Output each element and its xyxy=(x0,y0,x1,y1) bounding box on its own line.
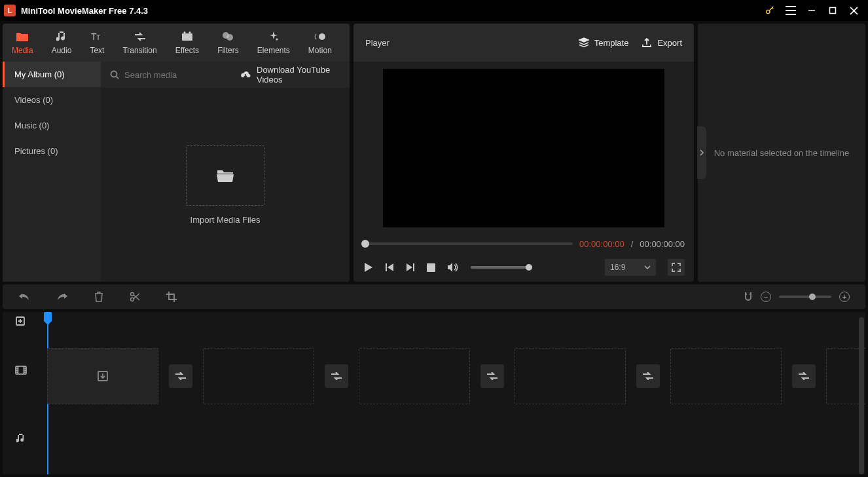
svg-point-17 xyxy=(111,71,117,77)
download-clip-icon xyxy=(97,370,109,382)
cat-pictures[interactable]: Pictures (0) xyxy=(3,138,101,164)
timeline xyxy=(3,312,865,474)
svg-rect-1 xyxy=(786,6,796,7)
motion-icon xyxy=(314,30,326,43)
transition-icon xyxy=(134,30,146,43)
clip-slot[interactable] xyxy=(203,348,314,404)
magnet-button[interactable] xyxy=(744,292,753,302)
app-title: MiniTool MovieMaker Free 7.4.3 xyxy=(21,6,759,16)
transition-slot[interactable] xyxy=(636,364,660,388)
activate-key-icon[interactable] xyxy=(759,0,780,21)
close-button[interactable] xyxy=(843,0,864,21)
video-track-icon xyxy=(3,332,39,409)
transition-slot[interactable] xyxy=(169,364,192,388)
svg-point-11 xyxy=(183,31,185,33)
export-button[interactable]: Export xyxy=(642,37,682,48)
preview-canvas[interactable] xyxy=(383,69,664,227)
zoom-slider[interactable] xyxy=(779,296,831,298)
svg-text:T: T xyxy=(96,34,100,41)
zoom-in-button[interactable]: + xyxy=(839,292,850,302)
svg-point-12 xyxy=(189,31,190,33)
timecode-total: 00:00:00:00 xyxy=(640,239,685,249)
menu-icon[interactable] xyxy=(780,0,801,21)
svg-point-0 xyxy=(767,10,770,13)
layers-icon xyxy=(579,37,589,48)
seek-slider[interactable] xyxy=(363,242,573,245)
main-tabs: Media Audio TT Text Transition Effects F… xyxy=(3,24,350,62)
play-button[interactable] xyxy=(363,262,373,273)
cloud-download-icon xyxy=(240,70,251,79)
svg-rect-21 xyxy=(427,263,435,272)
split-button[interactable] xyxy=(130,292,140,302)
video-track[interactable] xyxy=(47,347,865,405)
clip-slot[interactable] xyxy=(670,348,782,404)
tab-filters[interactable]: Filters xyxy=(208,24,248,62)
audio-track-icon xyxy=(3,409,39,468)
delete-button[interactable] xyxy=(94,292,103,302)
minimize-button[interactable] xyxy=(801,0,822,21)
sparkle-icon xyxy=(268,30,279,43)
undo-button[interactable] xyxy=(18,292,30,301)
zoom-out-button[interactable]: − xyxy=(761,292,771,302)
search-input[interactable] xyxy=(124,70,234,80)
tab-text[interactable]: TT Text xyxy=(81,24,113,62)
clip-slot[interactable] xyxy=(359,348,470,404)
svg-point-15 xyxy=(276,39,278,41)
transition-slot[interactable] xyxy=(792,364,816,388)
folder-icon xyxy=(16,30,29,43)
folder-open-icon xyxy=(216,168,234,183)
search-row: Download YouTube Videos xyxy=(101,62,350,88)
cat-my-album[interactable]: My Album (0) xyxy=(3,62,101,87)
effects-icon xyxy=(181,30,193,43)
svg-rect-2 xyxy=(786,10,796,11)
stop-button[interactable] xyxy=(427,263,435,272)
tab-effects[interactable]: Effects xyxy=(166,24,208,62)
svg-rect-20 xyxy=(413,263,414,271)
tab-elements[interactable]: Elements xyxy=(248,24,299,62)
properties-panel: No material selected on the timeline xyxy=(698,24,865,282)
fullscreen-button[interactable] xyxy=(668,259,685,276)
no-selection-message: No material selected on the timeline xyxy=(714,148,850,158)
cat-music[interactable]: Music (0) xyxy=(3,113,101,138)
crop-button[interactable] xyxy=(166,292,177,302)
add-track-button[interactable] xyxy=(3,312,39,332)
clip-slot[interactable] xyxy=(515,348,626,404)
volume-slider[interactable] xyxy=(471,266,530,269)
svg-rect-19 xyxy=(386,263,387,271)
svg-point-14 xyxy=(226,34,233,41)
media-drop-area: Import Media Files xyxy=(101,88,350,282)
import-label: Import Media Files xyxy=(190,215,261,225)
search-icon xyxy=(110,70,119,79)
svg-point-16 xyxy=(319,33,325,40)
timecode-current: 00:00:00:00 xyxy=(579,239,624,249)
text-icon: TT xyxy=(91,30,103,43)
tab-motion[interactable]: Motion xyxy=(299,24,341,62)
aspect-ratio-select[interactable]: 16:9 xyxy=(605,259,656,276)
export-icon xyxy=(642,37,652,48)
maximize-button[interactable] xyxy=(822,0,843,21)
svg-line-18 xyxy=(117,77,118,79)
filters-icon xyxy=(222,30,234,43)
music-note-icon xyxy=(56,30,67,43)
chevron-down-icon xyxy=(644,265,651,269)
import-media-button[interactable] xyxy=(186,145,264,206)
next-frame-button[interactable] xyxy=(406,263,415,272)
download-youtube-button[interactable]: Download YouTube Videos xyxy=(240,65,340,85)
volume-button[interactable] xyxy=(447,262,459,273)
tab-audio[interactable]: Audio xyxy=(43,24,81,62)
transition-slot[interactable] xyxy=(325,364,348,388)
timeline-scrollbar[interactable] xyxy=(859,317,864,474)
tab-media[interactable]: Media xyxy=(3,24,43,62)
tracks-area[interactable] xyxy=(39,312,865,474)
tab-transition[interactable]: Transition xyxy=(113,24,166,62)
prev-frame-button[interactable] xyxy=(385,263,394,272)
clip-slot[interactable] xyxy=(47,348,158,404)
panel-toggle[interactable] xyxy=(697,126,706,179)
media-panel: Media Audio TT Text Transition Effects F… xyxy=(3,24,350,282)
cat-videos[interactable]: Videos (0) xyxy=(3,87,101,113)
svg-rect-5 xyxy=(830,8,836,14)
category-list: My Album (0) Videos (0) Music (0) Pictur… xyxy=(3,62,101,282)
transition-slot[interactable] xyxy=(480,364,504,388)
redo-button[interactable] xyxy=(56,292,68,301)
template-button[interactable]: Template xyxy=(579,37,629,48)
